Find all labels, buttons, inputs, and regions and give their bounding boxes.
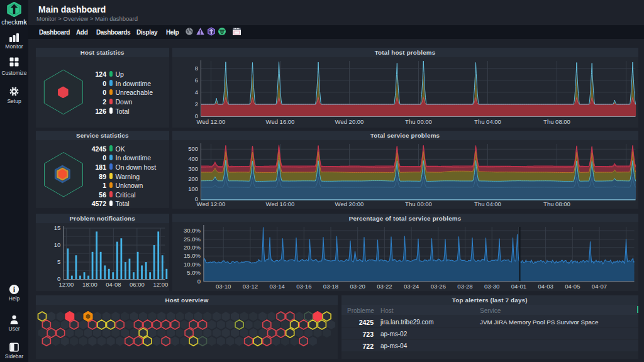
svg-text:03-10: 03-10: [216, 283, 231, 290]
svg-text:03-24: 03-24: [403, 283, 418, 290]
svg-text:300: 300: [188, 165, 198, 172]
svg-text:Thu 08:00: Thu 08:00: [543, 200, 570, 207]
svg-text:10.0%: 10.0%: [184, 261, 201, 268]
svg-text:4: 4: [194, 89, 197, 96]
svg-text:Thu 00:00: Thu 00:00: [405, 118, 432, 125]
svg-text:Wed 20:00: Wed 20:00: [335, 118, 364, 125]
svg-text:03-14: 03-14: [269, 283, 284, 290]
svg-text:03-26: 03-26: [430, 283, 445, 290]
svg-text:03-18: 03-18: [323, 283, 338, 290]
svg-text:2: 2: [194, 101, 197, 107]
svg-text:Thu 04:00: Thu 04:00: [474, 200, 501, 207]
svg-text:03-20: 03-20: [350, 283, 365, 290]
svg-text:6: 6: [194, 77, 197, 84]
svg-text:15: 15: [54, 224, 61, 231]
svg-text:0: 0: [197, 278, 200, 285]
svg-text:8: 8: [194, 65, 197, 72]
svg-text:03-28: 03-28: [457, 283, 472, 290]
svg-text:18:00: 18:00: [82, 281, 97, 288]
svg-text:04-07: 04-07: [591, 283, 606, 290]
svg-text:Wed 12:00: Wed 12:00: [196, 200, 225, 207]
svg-text:Wed 20:00: Wed 20:00: [335, 200, 364, 207]
svg-text:25.0%: 25.0%: [184, 236, 201, 243]
svg-text:30.0%: 30.0%: [184, 227, 201, 234]
svg-text:200: 200: [188, 175, 198, 182]
svg-text:20.0%: 20.0%: [184, 244, 201, 251]
svg-text:Wed 16:00: Wed 16:00: [265, 118, 294, 125]
svg-text:400: 400: [188, 155, 198, 162]
svg-text:5: 5: [57, 258, 60, 265]
svg-text:12:00: 12:00: [153, 281, 168, 288]
svg-text:04-05: 04-05: [565, 283, 580, 290]
svg-text:100: 100: [188, 185, 198, 192]
svg-text:03-16: 03-16: [296, 283, 311, 290]
svg-text:06:00: 06:00: [130, 281, 145, 288]
svg-text:5.0%: 5.0%: [187, 269, 201, 276]
svg-text:Thu 08:00: Thu 08:00: [543, 118, 570, 125]
svg-text:15.0%: 15.0%: [184, 252, 201, 259]
svg-text:Thu 00:00: Thu 00:00: [405, 200, 432, 207]
svg-text:500: 500: [188, 145, 198, 152]
svg-text:Wed 12:00: Wed 12:00: [196, 118, 225, 125]
svg-text:10: 10: [54, 241, 61, 248]
svg-text:Wed 16:00: Wed 16:00: [265, 200, 294, 207]
svg-text:03-30: 03-30: [484, 283, 499, 290]
svg-text:04-03: 04-03: [538, 283, 553, 290]
svg-text:03-12: 03-12: [242, 283, 257, 290]
svg-text:04-01: 04-01: [511, 283, 526, 290]
svg-text:12:00: 12:00: [58, 281, 74, 288]
svg-text:03-22: 03-22: [377, 283, 392, 290]
svg-text:04-08: 04-08: [106, 281, 121, 288]
svg-text:Thu 04:00: Thu 04:00: [474, 118, 501, 125]
